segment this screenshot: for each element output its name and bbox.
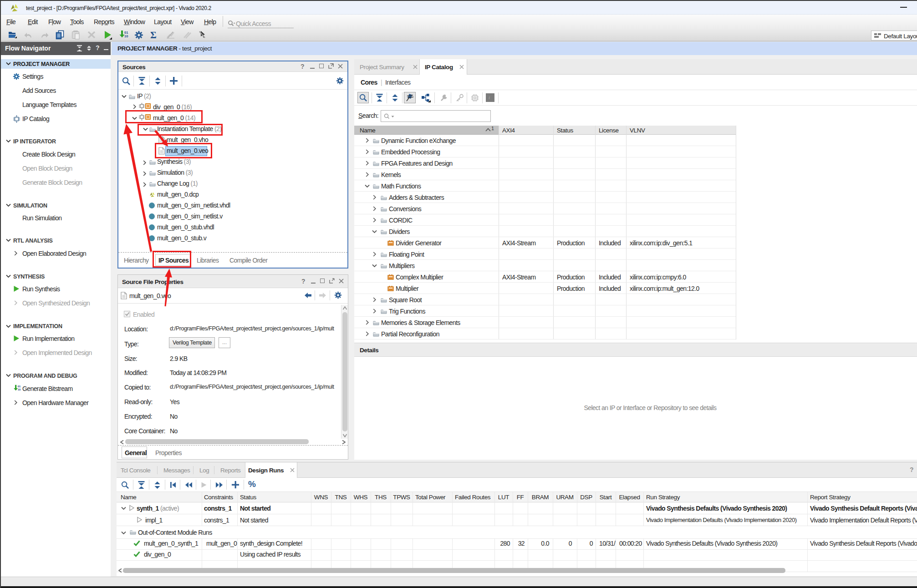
svg-text:10: 10 [124, 34, 128, 38]
svg-text:10: 10 [18, 388, 21, 391]
svg-text:01: 01 [18, 385, 21, 388]
